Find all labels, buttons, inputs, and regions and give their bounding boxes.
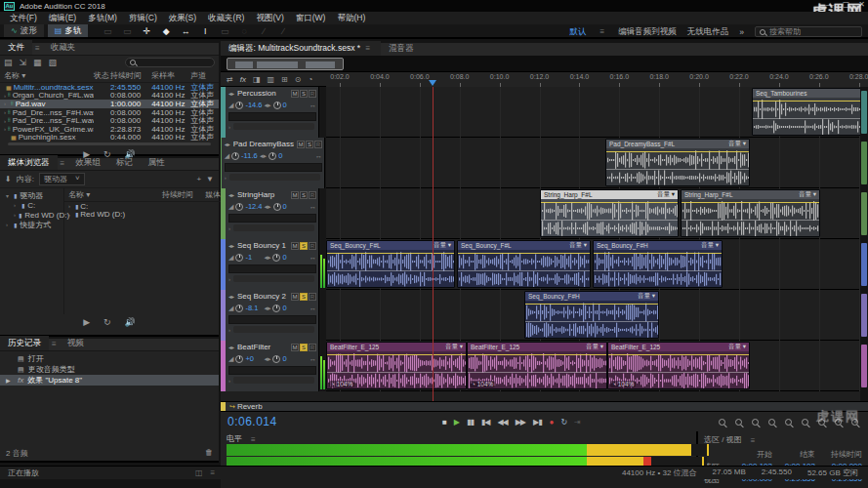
solo-button[interactable]: S xyxy=(300,344,308,351)
clip-volume-badge[interactable]: 音量 ▾ xyxy=(799,190,816,199)
arm-record-button[interactable]: R xyxy=(309,191,316,199)
column-header[interactable]: 名称 ▾ xyxy=(4,70,94,81)
track-name[interactable]: StringHarp xyxy=(237,190,288,199)
new-content-icon[interactable]: ▦ xyxy=(33,58,42,67)
razor-tool[interactable]: ◆ xyxy=(160,26,172,36)
arm-record-button[interactable]: R xyxy=(309,90,316,98)
marquee-tool[interactable]: ▭ xyxy=(219,26,230,36)
automation-mode-box[interactable] xyxy=(233,326,314,333)
volume-knob[interactable] xyxy=(235,305,243,312)
clock-icon[interactable]: ◔ xyxy=(308,75,312,84)
solo-button[interactable]: S xyxy=(300,191,308,199)
automation-mode-box[interactable] xyxy=(229,174,320,181)
panel-menu-icon[interactable]: ≡ xyxy=(362,42,373,55)
track-lane[interactable]: BeatFilter_E_125音量 ▾◔ 104%BeatFilter_E_1… xyxy=(326,341,868,391)
tab-1[interactable]: 收藏夹 xyxy=(43,40,84,55)
panel-placeholder-1[interactable]: ▭ xyxy=(102,26,113,36)
play-icon[interactable]: ▶ xyxy=(83,317,90,327)
clip-volume-badge[interactable]: 音量 ▾ xyxy=(728,343,746,351)
file-row[interactable]: ›⦙⦙Pad_Dre...nss_F#L.wav 0:08.00044100 H… xyxy=(0,116,219,125)
volume-envelope[interactable] xyxy=(525,304,658,305)
track-header[interactable]: ◂▸Seq Bouncy 2MSR◢-8.1◂▸0↔› xyxy=(221,290,326,341)
slip-tool[interactable]: ↔ xyxy=(180,26,191,36)
close-button[interactable]: ✕ xyxy=(858,0,865,9)
track-vertical-scrollbar[interactable] xyxy=(860,87,868,401)
playhead-handle[interactable] xyxy=(429,80,436,90)
speaker-icon[interactable]: 🔊 xyxy=(125,317,136,327)
minimize-button[interactable]: — xyxy=(826,0,834,9)
tab-1[interactable]: 效果组 xyxy=(67,155,108,170)
volume-envelope[interactable] xyxy=(541,202,678,203)
arm-record-button[interactable]: R xyxy=(309,344,316,351)
zoom-full-button[interactable] xyxy=(851,419,858,426)
multitrack-view-button[interactable]: ▤多轨 xyxy=(48,24,89,37)
column-header[interactable]: 持续时间 xyxy=(162,189,205,200)
pan-knob[interactable] xyxy=(269,152,276,160)
clip-volume-badge[interactable]: 音量 ▾ xyxy=(728,140,746,148)
volume-value[interactable]: -11.6 xyxy=(241,151,258,160)
clip-volume-badge[interactable]: 音量 ▾ xyxy=(434,241,451,250)
file-row[interactable]: ▦Multitr...oundtrack.sesx * 2:45.5504410… xyxy=(0,83,219,92)
pan-value[interactable]: 0 xyxy=(283,101,291,109)
move-to-next-button[interactable]: ▶▮ xyxy=(533,418,542,427)
file-row[interactable]: ›⦙⦙Pad_Dre...nss_F#H.wav 0:08.00044100 H… xyxy=(0,108,219,117)
add-shortcut-icon[interactable]: + xyxy=(196,175,201,183)
pan-value[interactable]: 0 xyxy=(283,202,291,211)
tab-mixer[interactable]: 混音器 xyxy=(381,41,422,56)
zoom-out-button[interactable] xyxy=(735,419,742,426)
solo-button[interactable]: S xyxy=(300,242,308,250)
panel-menu-icon[interactable]: ≡ xyxy=(49,338,60,350)
workspace-item[interactable]: 编辑音频到视频 xyxy=(618,26,677,38)
maximize-button[interactable]: ▢ xyxy=(843,0,850,9)
clip-volume-badge[interactable]: 音量 ▾ xyxy=(701,241,719,250)
automation-mode-box[interactable] xyxy=(233,377,314,384)
zoom-to-out-point-button[interactable] xyxy=(835,419,842,426)
volume-envelope[interactable] xyxy=(458,253,590,254)
skip-selection-button[interactable]: ⇥ xyxy=(574,418,580,427)
files-search-input[interactable] xyxy=(125,58,215,67)
menu-item[interactable]: 帮助(H) xyxy=(332,12,370,25)
clip-volume-badge[interactable]: 音量 ▾ xyxy=(445,343,463,351)
track-io-selector[interactable] xyxy=(228,366,316,375)
track-io-selector[interactable] xyxy=(228,214,316,223)
menu-item[interactable]: 收藏夹(R) xyxy=(203,12,249,25)
tab-editor[interactable]: 编辑器: MultitrackSoundtrack.sesx * ≡ xyxy=(221,41,381,56)
clip-volume-badge[interactable]: 音量 ▾ xyxy=(657,190,675,199)
volume-envelope[interactable] xyxy=(594,253,722,254)
menu-item[interactable]: 窗口(W) xyxy=(291,12,331,25)
expand-chevron-icon[interactable]: › xyxy=(228,124,230,130)
automation-mode-box[interactable] xyxy=(233,123,314,130)
panel-placeholder-2[interactable]: ▭ xyxy=(121,26,133,36)
zoom-in-button[interactable] xyxy=(719,419,725,426)
bus-track-reverb[interactable]: ↪ Reverb xyxy=(221,401,868,411)
track-lane[interactable]: Pad_DreamyBass_F#L音量 ▾ xyxy=(326,138,868,188)
selection-view-menu-icon[interactable]: ≡ xyxy=(748,434,759,447)
audio-clip[interactable]: BeatFilter_E_125音量 ▾◔ 104% xyxy=(607,342,750,389)
status-menu-icon[interactable]: ≡ xyxy=(211,468,216,477)
volume-envelope[interactable] xyxy=(327,253,454,254)
waveform-view-button[interactable]: ∿波形 xyxy=(4,24,44,37)
menu-item[interactable]: 剪辑(C) xyxy=(124,12,162,25)
tab-2[interactable]: 标记 xyxy=(108,155,141,170)
trash-icon[interactable]: 🗑 xyxy=(205,448,213,459)
expand-chevron-icon[interactable]: › xyxy=(228,276,230,282)
track-name[interactable]: Percussion xyxy=(237,89,288,98)
track-lane[interactable]: Seq_Bouncy_F#H音量 ▾ xyxy=(326,290,868,341)
zoom-in-time-button[interactable] xyxy=(752,419,759,426)
workspace-item[interactable]: 无线电作品 xyxy=(687,26,729,38)
navigator-range-box[interactable] xyxy=(227,58,344,70)
content-dropdown[interactable]: 驱动器˅ xyxy=(39,173,85,185)
column-header[interactable]: 持续时间 xyxy=(110,70,151,81)
timeline-ruler[interactable]: 0:02.00:04.00:06.00:08.00:10.00:12.00:14… xyxy=(326,72,868,87)
audio-clip[interactable]: Seq_Bouncy_F#L音量 ▾ xyxy=(326,240,455,288)
pencil-tool[interactable]: ∕ xyxy=(277,26,289,36)
track-header[interactable]: ◂▸StringHarpMSR◢-12.4◂▸0↔› xyxy=(221,188,326,239)
panel-menu-icon[interactable]: ≡ xyxy=(58,157,68,170)
track-name[interactable]: Seq Bouncy 2 xyxy=(237,292,288,301)
column-header[interactable]: 状态 xyxy=(94,70,110,81)
track-header[interactable]: ◂▸Seq Bouncy 1MSR◢-1◂▸0↔› xyxy=(221,239,326,290)
zoom-navigator[interactable] xyxy=(221,56,868,72)
audio-clip[interactable]: BeatFilter_E_125音量 ▾◔ 104% xyxy=(326,342,467,389)
track-lane[interactable]: Seq_Bouncy_F#L音量 ▾Seq_Bouncy_F#L音量 ▾Seq_… xyxy=(326,239,868,290)
expand-chevron-icon[interactable]: › xyxy=(228,225,230,231)
